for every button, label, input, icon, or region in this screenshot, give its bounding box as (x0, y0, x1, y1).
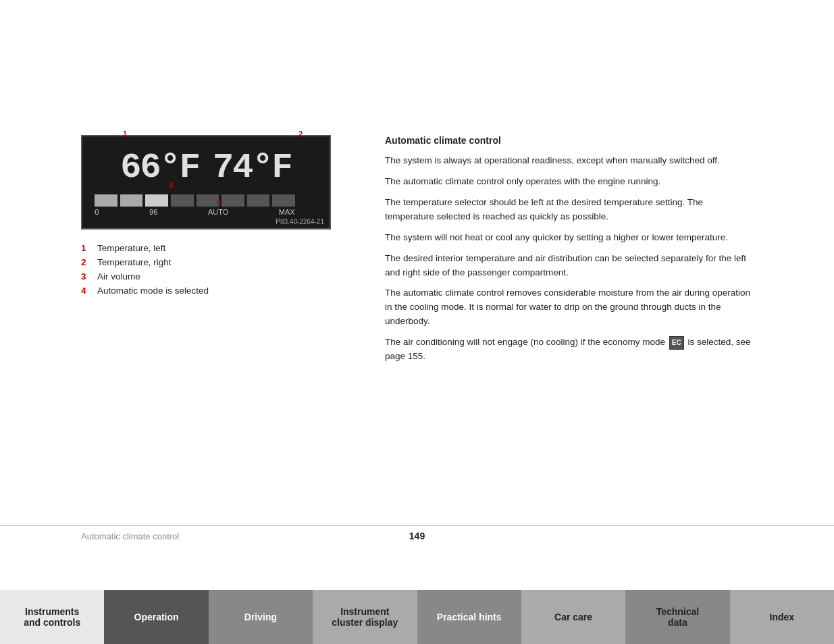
main-content: 1 2 66°F 74°F 3 (0, 0, 834, 371)
climate-display-image: 1 2 66°F 74°F 3 (81, 135, 331, 230)
label-3-marker: 3 (169, 181, 173, 189)
page-container: 1 2 66°F 74°F 3 (0, 0, 834, 644)
bar-seg-5 (197, 194, 219, 207)
economy-badge: EC (669, 336, 684, 350)
label-4-marker: 4 (216, 198, 220, 207)
bar-seg-2 (120, 194, 143, 207)
tab-index-label: Index (770, 612, 795, 622)
tab-technical-data[interactable]: Technicaldata (625, 590, 729, 644)
left-panel: 1 2 66°F 74°F 3 (81, 135, 344, 371)
bar-seg-4 (171, 194, 194, 207)
legend-num-1: 1 (81, 243, 90, 253)
tab-instrument-cluster-label: Instrumentcluster display (332, 606, 398, 628)
economy-text-before: The air conditioning will not engage (no… (385, 337, 665, 347)
label-2-marker: 2 (298, 130, 303, 138)
legend-list: 1 Temperature, left 2 Temperature, right… (81, 243, 344, 296)
tab-car-care[interactable]: Car care (521, 590, 625, 644)
tab-practical-hints-label: Practical hints (437, 612, 502, 622)
article-title: Automatic climate control (385, 135, 753, 146)
legend-text-4: Automatic mode is selected (97, 286, 209, 296)
para-5: The desired interior temperature and air… (385, 252, 753, 280)
legend-text-3: Air volume (97, 271, 140, 281)
para-1: The system is always at operational read… (385, 154, 753, 168)
label-1-marker: 1 (123, 130, 127, 138)
para-6: The automatic climate control removes co… (385, 286, 753, 329)
bar-labels-row: 0 96 AUTO MAX (95, 208, 294, 216)
tab-driving-label: Driving (244, 612, 277, 622)
tab-driving[interactable]: Driving (209, 590, 313, 644)
bar-label-auto: AUTO (208, 208, 228, 216)
bar-seg-3 (145, 194, 168, 207)
bar-seg-8 (272, 194, 295, 207)
legend-text-1: Temperature, left (97, 243, 165, 253)
image-reference: P83.40-2264-21 (276, 218, 324, 225)
footer-page-number: 149 (409, 531, 425, 541)
right-panel: Automatic climate control The system is … (385, 135, 753, 371)
legend-item-1: 1 Temperature, left (81, 243, 344, 253)
tab-car-care-label: Car care (554, 612, 592, 622)
tab-technical-data-label: Technicaldata (656, 606, 700, 628)
legend-num-3: 3 (81, 271, 90, 281)
legend-item-3: 3 Air volume (81, 271, 344, 281)
tab-operation-label: Operation (134, 612, 179, 622)
para-3: The temperature selector should be left … (385, 196, 753, 224)
tab-instrument-cluster-display[interactable]: Instrumentcluster display (313, 590, 417, 644)
bar-seg-7 (247, 194, 270, 207)
bar-seg-6 (221, 194, 244, 207)
legend-num-4: 4 (81, 286, 90, 296)
temp-left-display: 66°F (120, 148, 199, 188)
bar-label-96: 96 (149, 208, 157, 216)
legend-item-4: 4 Automatic mode is selected (81, 286, 344, 296)
tab-index[interactable]: Index (730, 590, 834, 644)
para-2: The automatic climate control only opera… (385, 175, 753, 189)
nav-tabs: Instrumentsand controls Operation Drivin… (0, 590, 834, 644)
bar-label-0: 0 (95, 208, 99, 216)
legend-item-2: 2 Temperature, right (81, 257, 344, 267)
tab-operation[interactable]: Operation (104, 590, 208, 644)
tab-practical-hints[interactable]: Practical hints (417, 590, 521, 644)
para-4: The system will not heat or cool any qui… (385, 231, 753, 245)
tab-instruments-and-controls[interactable]: Instrumentsand controls (0, 590, 104, 644)
para-7: The air conditioning will not engage (no… (385, 336, 753, 364)
temp-right-display: 74°F (213, 148, 292, 188)
display-top: 66°F 74°F (82, 148, 330, 188)
bar-label-max: MAX (279, 208, 295, 216)
legend-text-2: Temperature, right (97, 257, 172, 267)
air-volume-bar (95, 194, 294, 207)
tab-instruments-label: Instrumentsand controls (24, 606, 80, 628)
bar-seg-1 (95, 194, 118, 207)
legend-num-2: 2 (81, 257, 90, 267)
footer-area: Automatic climate control 149 (0, 526, 834, 546)
